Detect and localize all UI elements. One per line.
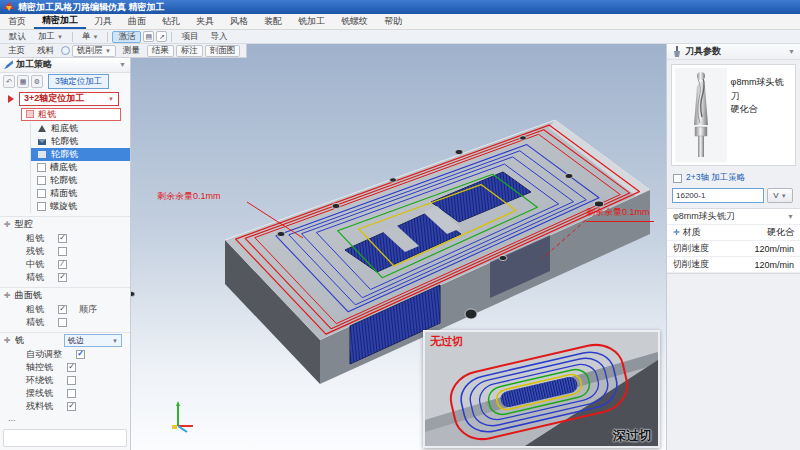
operation-status-icon [26, 110, 34, 118]
app-logo-icon [4, 2, 14, 12]
op-checkbox[interactable] [37, 202, 46, 211]
no-gouge-label: 无过切 [430, 334, 463, 349]
pointer-arrow-icon [8, 95, 14, 103]
tool-material-label: 硬化合 [731, 103, 792, 117]
record-icon[interactable] [61, 46, 70, 55]
tool-id-dropdown-button[interactable]: V▼ [767, 188, 793, 203]
settings-icon[interactable]: ⚙ [31, 75, 43, 88]
menu-item-style[interactable]: 风格 [222, 15, 256, 28]
axis-mode-tab[interactable]: 3轴定位加工 [48, 74, 109, 89]
tool-id-input[interactable] [672, 188, 764, 203]
tree-row[interactable]: 粗底铣 [31, 122, 130, 135]
strategy-checkbox-label: 2+3轴 加工策略 [686, 172, 745, 184]
checkbox[interactable] [58, 305, 67, 314]
tree-row[interactable]: 精面铣 [31, 187, 130, 200]
tool-panel-title: 刀具参数 [685, 45, 721, 58]
strategy-checkbox-row: 2+3轴 加工策略 [667, 170, 800, 186]
mill-mode-select[interactable]: 铣边▼ [64, 334, 122, 347]
strategy-checkbox[interactable] [673, 174, 682, 183]
checkbox[interactable] [67, 402, 76, 411]
export-icon[interactable]: ↗ [156, 31, 167, 42]
checkbox[interactable] [58, 318, 67, 327]
op-checkbox[interactable] [37, 189, 46, 198]
section-row: 环绕铣 [0, 374, 130, 387]
menu-item-help[interactable]: 帮助 [376, 15, 410, 28]
section-view-button[interactable]: 剖面图 [205, 45, 241, 57]
new-operation-row[interactable]: 粗铣 [21, 108, 121, 121]
machining-dropdown[interactable]: 加工▼ [33, 31, 68, 43]
property-label: 切削速度 [673, 242, 709, 255]
import-button[interactable]: 导入 [205, 31, 232, 43]
result-button[interactable]: 结果 [147, 45, 174, 57]
tree-row-selected[interactable]: 轮廓铣 [31, 148, 130, 161]
checkbox[interactable] [76, 350, 85, 359]
section-pocket: ✚型腔 粗铣 残铣 中铣 精铣 [0, 216, 130, 284]
section-row: 精铣 [0, 271, 130, 284]
layer-dropdown[interactable]: 铣削层 ▼ [72, 45, 116, 57]
checkbox[interactable] [67, 376, 76, 385]
tree-row[interactable]: 轮廓铣 [31, 135, 130, 148]
more-indicator: ... [0, 413, 130, 425]
tree-row[interactable]: 轮廓铣 [31, 174, 130, 187]
measure-button[interactable]: 测量 [118, 44, 145, 58]
section-header[interactable]: ✚曲面铣 [0, 289, 130, 303]
section-row: 残料铣 [0, 400, 130, 413]
section-mill: ✚铣 铣边▼ 自动调整 轴控铣 环绕铣 摆线铣 残料铣 ... [0, 332, 130, 425]
activate-button[interactable]: 激活 [112, 31, 141, 43]
property-row: 切削速度 120m/min [667, 241, 800, 257]
annotate-button[interactable]: 标注 [176, 45, 203, 57]
collapse-icon[interactable]: ▼ [119, 61, 126, 68]
checkbox[interactable] [67, 363, 76, 372]
section-header[interactable]: ✚铣 铣边▼ [0, 334, 130, 348]
undo-icon[interactable]: ↶ [3, 75, 15, 88]
menu-item-fixture[interactable]: 夹具 [188, 15, 222, 28]
grid-icon[interactable]: ▦ [17, 75, 29, 88]
section-header[interactable]: ✚型腔 [0, 218, 130, 232]
strategy-combo-row: 3+2轴定位加工▼ [0, 91, 130, 107]
ready-button[interactable]: 默认 [4, 31, 31, 43]
checkbox[interactable] [58, 234, 67, 243]
menu-item-thread-milling[interactable]: 铣螺纹 [333, 15, 376, 28]
title-bar: 精密加工风格刀路编辑仿真 精密加工 [0, 0, 800, 14]
strategy-panel-title: 加工策略 [16, 58, 52, 71]
tree-row[interactable]: 槽底铣 [31, 161, 130, 174]
menu-item-drilling[interactable]: 钻孔 [154, 15, 188, 28]
quick-toolbar: 默认 加工▼ 单▼ 激活 ▤ ↗ 项目 导入 [0, 30, 800, 44]
checkbox[interactable] [67, 389, 76, 398]
stock-button[interactable]: 残料 [32, 44, 59, 58]
unit-dropdown[interactable]: 单▼ [77, 31, 103, 43]
toolbar-divider [72, 32, 73, 42]
menu-item-assembly[interactable]: 装配 [256, 15, 290, 28]
menu-item-precision-machining[interactable]: 精密加工 [34, 14, 86, 29]
menu-item-home[interactable]: 首页 [0, 15, 34, 28]
toolbar-divider [107, 32, 108, 42]
checkbox[interactable] [58, 260, 67, 269]
op-checkbox[interactable] [37, 163, 46, 172]
section-surface: ✚曲面铣 粗铣顺序 精铣 [0, 287, 130, 329]
tool-properties-table: φ8mm球头铣刀▼ ✛ 材质 硬化合 切削速度 120m/min 切削速度 12… [667, 208, 800, 274]
menu-item-surface[interactable]: 曲面 [120, 15, 154, 28]
property-row: ✛ 材质 硬化合 [667, 225, 800, 241]
checkbox[interactable] [58, 273, 67, 282]
home-view-button[interactable]: 主页 [3, 44, 30, 58]
strategy-type-dropdown[interactable]: 3+2轴定位加工▼ [19, 92, 119, 106]
deep-gouge-label: 深过切 [613, 427, 652, 445]
collapse-icon[interactable]: ▼ [788, 48, 795, 55]
cam-application-window: 精密加工风格刀路编辑仿真 精密加工 首页 精密加工 刀具 曲面 钻孔 夹具 风格… [0, 0, 800, 450]
viewport-3d[interactable]: 剩余余量0.1mm 剩余余量0.1mm [131, 44, 666, 450]
menu-item-tools[interactable]: 刀具 [86, 15, 120, 28]
op-icon [37, 150, 47, 159]
clipboard-icon[interactable]: ▤ [143, 31, 154, 42]
menu-bar: 首页 精密加工 刀具 曲面 钻孔 夹具 风格 装配 铣加工 铣螺纹 帮助 [0, 14, 800, 30]
checkbox[interactable] [58, 247, 67, 256]
project-button[interactable]: 项目 [176, 31, 203, 43]
axis-triad-icon [172, 401, 193, 432]
selected-tool-row[interactable]: φ8mm球头铣刀▼ [667, 209, 800, 225]
stock-annotation-right: 剩余余量0.1mm [586, 206, 654, 222]
tree-row[interactable]: 螺旋铣 [31, 200, 130, 213]
strategy-panel: 加工策略 ▼ ↶ ▦ ⚙ 3轴定位加工 3+2轴定位加工▼ 粗铣 粗底铣 [0, 58, 131, 450]
section-row: 轴控铣 [0, 361, 130, 374]
property-label: 材质 [683, 226, 701, 239]
op-checkbox[interactable] [37, 176, 46, 185]
menu-item-milling[interactable]: 铣加工 [290, 15, 333, 28]
